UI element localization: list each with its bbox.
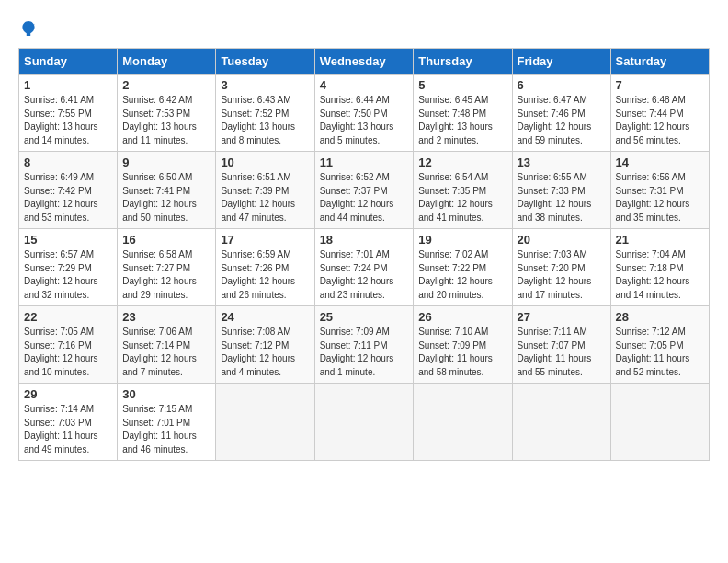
cell-content: Sunrise: 7:06 AM Sunset: 7:14 PM Dayligh… [122,326,210,379]
cell-content: Sunrise: 6:51 AM Sunset: 7:39 PM Dayligh… [221,171,309,224]
day-number: 27 [518,310,606,324]
day-number: 21 [616,233,704,247]
cell-content: Sunrise: 6:57 AM Sunset: 7:29 PM Dayligh… [24,248,112,302]
calendar-cell: 12Sunrise: 6:54 AM Sunset: 7:35 PM Dayli… [414,152,512,229]
cell-content: Sunrise: 6:43 AM Sunset: 7:52 PM Dayligh… [221,94,309,147]
cell-content: Sunrise: 6:52 AM Sunset: 7:37 PM Dayligh… [320,171,409,224]
calendar-cell: 29Sunrise: 7:14 AM Sunset: 7:03 PM Dayli… [19,384,118,461]
calendar-cell: 18Sunrise: 7:01 AM Sunset: 7:24 PM Dayli… [314,229,414,306]
calendar-cell: 8Sunrise: 6:49 AM Sunset: 7:42 PM Daylig… [19,152,118,229]
calendar-cell [216,384,314,461]
cell-content: Sunrise: 7:01 AM Sunset: 7:24 PM Dayligh… [320,248,409,302]
cell-content: Sunrise: 6:50 AM Sunset: 7:41 PM Dayligh… [122,171,210,224]
calendar-cell: 13Sunrise: 6:55 AM Sunset: 7:33 PM Dayli… [512,152,610,229]
day-number: 4 [320,78,409,92]
weekday-header-sunday: Sunday [19,49,118,75]
calendar-cell: 7Sunrise: 6:48 AM Sunset: 7:44 PM Daylig… [610,75,709,152]
day-number: 1 [24,78,112,92]
day-number: 15 [24,233,112,247]
cell-content: Sunrise: 6:45 AM Sunset: 7:48 PM Dayligh… [418,94,506,147]
weekday-header-tuesday: Tuesday [216,49,314,75]
day-number: 3 [221,78,309,92]
cell-content: Sunrise: 7:04 AM Sunset: 7:18 PM Dayligh… [616,248,704,302]
calendar-cell [610,384,709,461]
day-number: 17 [221,233,309,247]
cell-content: Sunrise: 7:11 AM Sunset: 7:07 PM Dayligh… [518,326,606,379]
day-number: 24 [221,310,309,324]
weekday-header-thursday: Thursday [414,49,512,75]
day-number: 13 [518,155,606,169]
calendar-cell: 6Sunrise: 6:47 AM Sunset: 7:46 PM Daylig… [512,75,610,152]
calendar-cell [414,384,512,461]
cell-content: Sunrise: 7:14 AM Sunset: 7:03 PM Dayligh… [24,403,112,456]
day-number: 16 [122,233,210,247]
cell-content: Sunrise: 7:03 AM Sunset: 7:20 PM Dayligh… [518,248,606,302]
day-number: 6 [518,78,606,92]
day-number: 8 [24,155,112,169]
day-number: 18 [320,233,409,247]
day-number: 29 [24,387,112,401]
cell-content: Sunrise: 7:10 AM Sunset: 7:09 PM Dayligh… [418,326,506,379]
calendar-cell: 16Sunrise: 6:58 AM Sunset: 7:27 PM Dayli… [118,229,216,306]
calendar-cell: 28Sunrise: 7:12 AM Sunset: 7:05 PM Dayli… [610,306,709,384]
day-number: 30 [122,387,210,401]
cell-content: Sunrise: 6:41 AM Sunset: 7:55 PM Dayligh… [24,94,112,147]
calendar-cell: 26Sunrise: 7:10 AM Sunset: 7:09 PM Dayli… [414,306,512,384]
day-number: 10 [221,155,309,169]
calendar-cell: 25Sunrise: 7:09 AM Sunset: 7:11 PM Dayli… [314,306,414,384]
cell-content: Sunrise: 6:58 AM Sunset: 7:27 PM Dayligh… [122,248,210,302]
cell-content: Sunrise: 6:48 AM Sunset: 7:44 PM Dayligh… [616,94,704,147]
day-number: 23 [122,310,210,324]
cell-content: Sunrise: 7:05 AM Sunset: 7:16 PM Dayligh… [24,326,112,379]
calendar: SundayMondayTuesdayWednesdayThursdayFrid… [18,48,710,461]
day-number: 28 [616,310,704,324]
cell-content: Sunrise: 7:08 AM Sunset: 7:12 PM Dayligh… [221,326,309,379]
cell-content: Sunrise: 6:56 AM Sunset: 7:31 PM Dayligh… [616,171,704,224]
day-number: 26 [418,310,506,324]
calendar-cell [512,384,610,461]
weekday-header-saturday: Saturday [610,49,709,75]
calendar-cell: 2Sunrise: 6:42 AM Sunset: 7:53 PM Daylig… [118,75,216,152]
calendar-cell: 27Sunrise: 7:11 AM Sunset: 7:07 PM Dayli… [512,306,610,384]
cell-content: Sunrise: 6:54 AM Sunset: 7:35 PM Dayligh… [418,171,506,224]
day-number: 2 [122,78,210,92]
day-number: 9 [122,155,210,169]
calendar-cell: 4Sunrise: 6:44 AM Sunset: 7:50 PM Daylig… [314,75,414,152]
cell-content: Sunrise: 6:44 AM Sunset: 7:50 PM Dayligh… [320,94,409,147]
weekday-header-monday: Monday [118,49,216,75]
calendar-cell: 17Sunrise: 6:59 AM Sunset: 7:26 PM Dayli… [216,229,314,306]
logo [18,18,40,39]
weekday-header-wednesday: Wednesday [314,49,414,75]
calendar-cell: 3Sunrise: 6:43 AM Sunset: 7:52 PM Daylig… [216,75,314,152]
cell-content: Sunrise: 7:09 AM Sunset: 7:11 PM Dayligh… [320,326,409,379]
calendar-cell: 19Sunrise: 7:02 AM Sunset: 7:22 PM Dayli… [414,229,512,306]
calendar-cell: 10Sunrise: 6:51 AM Sunset: 7:39 PM Dayli… [216,152,314,229]
cell-content: Sunrise: 7:02 AM Sunset: 7:22 PM Dayligh… [418,248,506,302]
calendar-cell: 24Sunrise: 7:08 AM Sunset: 7:12 PM Dayli… [216,306,314,384]
calendar-cell: 5Sunrise: 6:45 AM Sunset: 7:48 PM Daylig… [414,75,512,152]
calendar-cell: 11Sunrise: 6:52 AM Sunset: 7:37 PM Dayli… [314,152,414,229]
cell-content: Sunrise: 6:59 AM Sunset: 7:26 PM Dayligh… [221,248,309,302]
weekday-header-friday: Friday [512,49,610,75]
calendar-cell: 15Sunrise: 6:57 AM Sunset: 7:29 PM Dayli… [19,229,118,306]
calendar-cell: 1Sunrise: 6:41 AM Sunset: 7:55 PM Daylig… [19,75,118,152]
day-number: 22 [24,310,112,324]
cell-content: Sunrise: 6:47 AM Sunset: 7:46 PM Dayligh… [518,94,606,147]
cell-content: Sunrise: 6:49 AM Sunset: 7:42 PM Dayligh… [24,171,112,224]
calendar-cell: 23Sunrise: 7:06 AM Sunset: 7:14 PM Dayli… [118,306,216,384]
day-number: 12 [418,155,506,169]
day-number: 25 [320,310,409,324]
day-number: 14 [616,155,704,169]
day-number: 5 [418,78,506,92]
calendar-cell: 21Sunrise: 7:04 AM Sunset: 7:18 PM Dayli… [610,229,709,306]
calendar-cell: 30Sunrise: 7:15 AM Sunset: 7:01 PM Dayli… [118,384,216,461]
cell-content: Sunrise: 7:15 AM Sunset: 7:01 PM Dayligh… [122,403,210,456]
cell-content: Sunrise: 6:55 AM Sunset: 7:33 PM Dayligh… [518,171,606,224]
day-number: 20 [518,233,606,247]
calendar-cell: 22Sunrise: 7:05 AM Sunset: 7:16 PM Dayli… [19,306,118,384]
day-number: 11 [320,155,409,169]
cell-content: Sunrise: 6:42 AM Sunset: 7:53 PM Dayligh… [122,94,210,147]
cell-content: Sunrise: 7:12 AM Sunset: 7:05 PM Dayligh… [616,326,704,379]
day-number: 19 [418,233,506,247]
calendar-cell [314,384,414,461]
